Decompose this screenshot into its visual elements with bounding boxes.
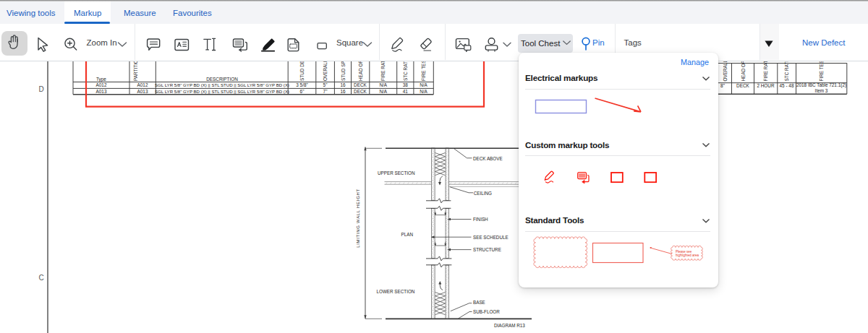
svg-text:DECK ABOVE: DECK ABOVE	[473, 156, 503, 161]
svg-text:STUD DEPTH: STUD DEPTH	[299, 61, 305, 81]
svg-text:FIRE RATING: FIRE RATING	[763, 61, 768, 82]
svg-text:OVERALL: OVERALL	[323, 61, 328, 81]
svg-text:N/A: N/A	[420, 82, 427, 87]
svg-text:A013: A013	[96, 89, 107, 94]
svg-text:OVERALL: OVERALL	[723, 61, 728, 82]
svg-text:CEILING: CEILING	[474, 191, 492, 196]
svg-text:45 - 48: 45 - 48	[780, 83, 794, 88]
svg-text:HEAD OF WALL: HEAD OF WALL	[741, 61, 746, 82]
svg-text:DECK: DECK	[354, 82, 367, 87]
svg-text:HEAD OF WALL: HEAD OF WALL	[358, 61, 363, 81]
svg-text:DIAGRAM R13: DIAGRAM R13	[494, 323, 525, 328]
svg-text:LIMITING WALL HEIGHT: LIMITING WALL HEIGHT	[356, 189, 360, 248]
svg-text:STC RATING: STC RATING	[403, 61, 408, 81]
svg-text:STC RATING: STC RATING	[784, 61, 789, 82]
svg-text:41: 41	[403, 89, 409, 94]
svg-text:6": 6"	[300, 89, 305, 94]
svg-text:FIRE TEST: FIRE TEST	[819, 61, 824, 82]
svg-text:SUB-FLOOR: SUB-FLOOR	[473, 309, 500, 314]
svg-text:2 HOUR: 2 HOUR	[757, 83, 775, 88]
svg-text:A012: A012	[137, 82, 148, 87]
svg-text:N/A: N/A	[420, 89, 427, 94]
svg-text:highlighted area: highlighted area	[676, 254, 699, 257]
svg-text:FIRE TEST: FIRE TEST	[421, 61, 426, 81]
svg-text:5": 5"	[323, 82, 328, 87]
svg-text:SGL LYR 5/8" GYP BD (X) || STL: SGL LYR 5/8" GYP BD (X) || STL STUD || S…	[155, 89, 289, 94]
svg-text:BASE: BASE	[473, 300, 485, 305]
svg-text:38: 38	[403, 82, 409, 87]
svg-text:N/A: N/A	[379, 89, 387, 94]
svg-text:7": 7"	[323, 89, 328, 94]
svg-text:STRUCTURE: STRUCTURE	[473, 247, 501, 252]
svg-text:Item 3: Item 3	[815, 88, 828, 93]
svg-text:Type: Type	[96, 77, 106, 82]
svg-text:FINISH: FINISH	[473, 217, 488, 222]
svg-text:UPPER SECTION: UPPER SECTION	[378, 170, 415, 176]
svg-text:PLAN: PLAN	[401, 232, 414, 237]
svg-text:LOWER SECTION: LOWER SECTION	[377, 289, 415, 294]
svg-text:16: 16	[340, 82, 346, 87]
svg-text:FIRE RATING: FIRE RATING	[380, 61, 386, 81]
svg-text:DECK: DECK	[736, 83, 749, 88]
svg-text:SGL LYR 5/8" GYP BD (X) || STL: SGL LYR 5/8" GYP BD (X) || STL STUD || S…	[155, 82, 289, 87]
svg-text:C: C	[38, 274, 43, 282]
svg-text:16: 16	[340, 89, 346, 94]
svg-text:8": 8"	[720, 83, 725, 88]
svg-text:D: D	[38, 85, 43, 93]
svg-text:A013: A013	[137, 89, 148, 94]
svg-text:DECK: DECK	[354, 89, 367, 94]
svg-text:Please see: Please see	[676, 250, 692, 254]
svg-text:DESCRIPTION: DESCRIPTION	[206, 77, 238, 82]
svg-text:A012: A012	[96, 82, 107, 87]
svg-text:PARTITION TYPE: PARTITION TYPE	[133, 61, 138, 81]
svg-text:3 5/8": 3 5/8"	[296, 82, 307, 87]
svg-text:N/A: N/A	[379, 82, 387, 87]
svg-text:STUD SPACING: STUD SPACING	[341, 61, 346, 81]
svg-text:SEE SCHEDULE: SEE SCHEDULE	[473, 235, 509, 240]
